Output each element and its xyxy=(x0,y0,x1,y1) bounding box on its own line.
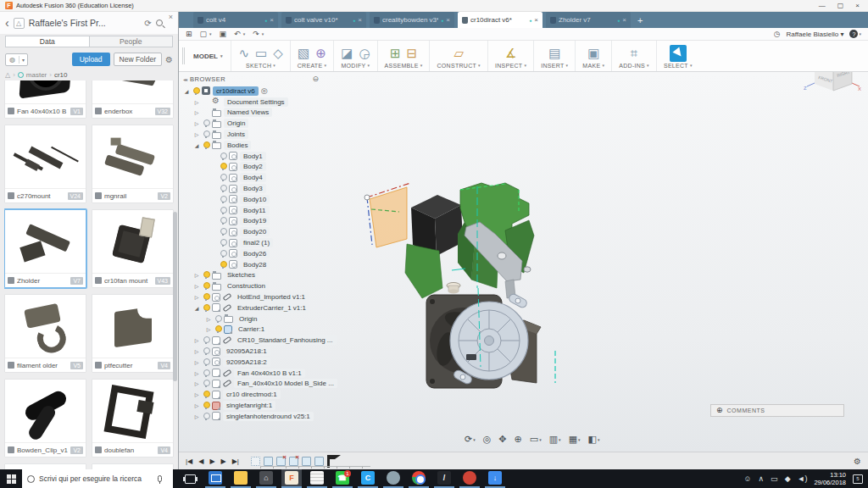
utorrent-icon[interactable]: ↓ xyxy=(485,469,505,488)
node-label[interactable]: singlefanhotendround v25:1 xyxy=(223,412,314,421)
redo-icon[interactable]: ↷ xyxy=(253,30,259,38)
microphone-icon[interactable] xyxy=(158,475,162,482)
search-input[interactable] xyxy=(39,474,153,483)
node-label[interactable]: ExtruderCarrier_1 v1:1 xyxy=(234,303,309,313)
assemble-joint-icon[interactable]: ⊟ xyxy=(406,46,417,61)
node-label[interactable]: Fan 40x40x10 B v1:1 xyxy=(234,369,305,378)
data-panel-back-button[interactable]: ‹ xyxy=(5,18,9,28)
visibility-bulb-icon[interactable] xyxy=(192,87,199,95)
inspect-measure-icon[interactable]: ∡ xyxy=(505,46,516,61)
visibility-bulb-icon[interactable] xyxy=(203,271,209,279)
expand-icon[interactable] xyxy=(193,391,200,397)
browser-tree-row[interactable]: HotEnd_Imported v1:1 ◎ xyxy=(181,291,320,302)
undo-icon[interactable]: ↶ xyxy=(234,30,241,38)
expand-icon[interactable] xyxy=(193,337,200,343)
tab-close-icon[interactable]: × xyxy=(622,16,626,24)
expand-icon[interactable] xyxy=(193,348,200,354)
apps-grid-icon[interactable]: ⊞ xyxy=(186,30,192,38)
refresh-icon[interactable]: ⟳ xyxy=(144,19,151,28)
zoom-window-icon[interactable]: ▭ ▾ xyxy=(530,434,542,445)
sketch-diamond-icon[interactable]: ◇ xyxy=(273,46,283,61)
go-to-end-icon[interactable]: ▶| xyxy=(232,458,239,465)
timeline-feature-icon[interactable] xyxy=(289,457,298,466)
node-label[interactable]: Sketches xyxy=(224,270,259,280)
red-app-icon[interactable] xyxy=(459,469,480,488)
browser-tree-row[interactable]: Document Settings ◎ xyxy=(181,97,320,108)
timeline-feature-icon[interactable] xyxy=(276,457,286,466)
create-form-icon[interactable]: ⊕ xyxy=(315,46,326,61)
node-label[interactable]: Body26 xyxy=(240,249,270,258)
model-canvas[interactable] xyxy=(339,161,576,407)
browser-tree-row[interactable]: 92095A218:2 ◎ xyxy=(181,357,320,368)
ribbon-group-select[interactable]: SELECT▾ xyxy=(656,41,699,71)
node-label[interactable]: Document Settings xyxy=(224,97,288,107)
taskbar-search[interactable] xyxy=(22,469,173,488)
visibility-bulb-icon[interactable] xyxy=(203,369,209,377)
design-card[interactable]: Zholder V7 xyxy=(4,209,86,288)
volume-icon[interactable]: ◄) xyxy=(798,474,808,483)
expand-icon[interactable] xyxy=(183,88,190,94)
new-file-icon[interactable]: ▢ xyxy=(200,30,208,38)
node-label[interactable]: Body2 xyxy=(240,162,266,171)
design-card[interactable]: Fan 40x40x10 B V1 xyxy=(4,80,86,119)
chevron-up-icon[interactable]: ∧ xyxy=(759,474,765,483)
expand-icon[interactable] xyxy=(193,359,200,365)
grid-layout-icon[interactable]: ▦ ▾ xyxy=(569,434,581,445)
timeline-feature-icon[interactable] xyxy=(302,457,311,466)
view-cube[interactable]: FRONT RIGHT Y Z X xyxy=(804,72,863,103)
ribbon-group[interactable]: ▣ MAKE▾ xyxy=(575,41,611,71)
data-panel-close-icon[interactable]: × xyxy=(169,13,173,21)
node-label[interactable]: HotEnd_Imported v1:1 xyxy=(234,292,309,302)
visibility-bulb-icon[interactable] xyxy=(220,174,226,181)
node-label[interactable]: Body28 xyxy=(240,260,270,269)
expand-icon[interactable] xyxy=(205,326,212,332)
ribbon-group[interactable]: ▤ INSERT▾ xyxy=(533,41,575,71)
browser-tree-row[interactable]: Body26 ◎ xyxy=(181,248,320,259)
ribbon-group[interactable]: ∿ ▭ ◇ SKETCH▾ xyxy=(231,41,289,71)
dropbox-icon[interactable]: ◆ xyxy=(785,474,791,483)
node-label[interactable]: Body4 xyxy=(240,173,266,182)
visibility-bulb-icon[interactable] xyxy=(203,413,209,420)
visibility-bulb-icon[interactable] xyxy=(214,315,221,323)
step-forward-icon[interactable]: ▶ xyxy=(221,458,226,465)
ribbon-group[interactable]: ▱ CONSTRUCT▾ xyxy=(429,41,487,71)
node-label[interactable]: Joints xyxy=(224,130,248,139)
expand-icon[interactable] xyxy=(193,402,200,408)
browser-tree-row[interactable]: ExtruderCarrier_1 v1:1 ◎ xyxy=(181,302,320,313)
browser-tree-row[interactable]: Body10 ◎ xyxy=(181,194,320,205)
visibility-bulb-icon[interactable] xyxy=(214,325,221,333)
tab-close-icon[interactable]: × xyxy=(358,16,362,24)
data-panel-tab[interactable]: Data xyxy=(6,36,90,47)
browser-tree-row[interactable]: Named Views ◎ xyxy=(181,108,320,119)
ribbon-group[interactable]: ⌗ ADD-INS▾ xyxy=(611,41,656,71)
browser-tree-row[interactable]: Body2 ◎ xyxy=(181,162,320,173)
ribbon-group[interactable]: ⊞ ⊟ ASSEMBLE▾ xyxy=(377,41,430,71)
make-3d-print-icon[interactable]: ▣ xyxy=(587,46,599,61)
design-card[interactable]: cr10fan mount V43 xyxy=(92,209,174,288)
view-selector[interactable]: ◍ ▾ xyxy=(5,53,28,66)
visibility-bulb-icon[interactable] xyxy=(203,293,209,301)
browser-tree-row[interactable]: Construction ◎ xyxy=(181,280,320,291)
visibility-bulb-icon[interactable] xyxy=(220,185,226,192)
browser-tree-row[interactable]: Fan_40x40x10 Model B_Side ... ◎ xyxy=(181,379,320,390)
close-button[interactable]: × xyxy=(855,2,860,9)
app-c-icon[interactable]: C xyxy=(358,469,378,488)
browser-tree-row[interactable]: Origin ◎ xyxy=(181,118,320,129)
upload-button[interactable]: Upload xyxy=(72,53,110,66)
design-card[interactable]: enderbox V32 xyxy=(92,80,174,119)
orbit-icon[interactable]: ⟳ ▾ xyxy=(465,434,476,445)
design-card[interactable] xyxy=(92,463,174,469)
visibility-bulb-icon[interactable] xyxy=(203,130,209,138)
visibility-bulb-icon[interactable] xyxy=(203,358,209,366)
visibility-bulb-icon[interactable] xyxy=(203,380,209,387)
browser-tree-row[interactable]: singlefanright:1 ◎ xyxy=(181,400,320,411)
visibility-bulb-icon[interactable] xyxy=(220,228,226,236)
look-at-icon[interactable]: ◎ ▾ xyxy=(483,434,492,445)
search-icon[interactable] xyxy=(156,19,163,26)
node-label[interactable]: final2 (1) xyxy=(240,238,273,247)
timeline-settings-icon[interactable]: ⚙ xyxy=(854,457,861,466)
browser-tree-row[interactable]: 92095A218:1 ◎ xyxy=(181,346,320,357)
browser-tree-row[interactable]: Body11 ◎ xyxy=(181,205,320,216)
browser-tree-row[interactable]: Body3 ◎ xyxy=(181,183,320,194)
gear-icon[interactable]: ⚙ xyxy=(165,55,173,64)
